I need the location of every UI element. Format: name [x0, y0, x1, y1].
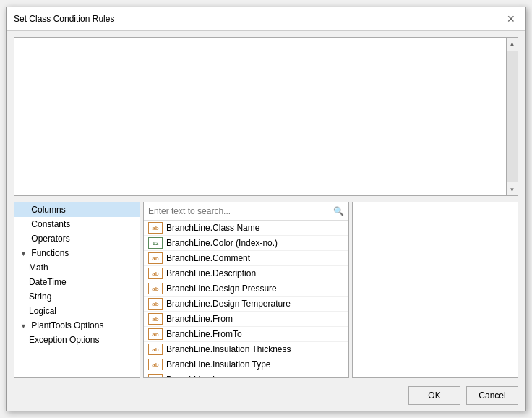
right-panel	[352, 202, 518, 378]
left-panel-item-label: Math	[29, 263, 48, 273]
left-panel-item-label: Operators	[31, 234, 69, 244]
left-panel-item-label: Constants	[31, 219, 70, 229]
item-type-icon: ab	[148, 313, 163, 325]
scroll-up-arrow[interactable]: ▲	[507, 38, 518, 49]
list-item[interactable]: ab BranchLine.Class Name	[144, 221, 348, 236]
expand-icon: ▼	[20, 323, 29, 330]
list-item[interactable]: ab BranchLine.Design Pressure	[144, 281, 348, 297]
left-panel: Columns Constants Operators▼ FunctionsMa…	[14, 202, 140, 378]
left-panel-item-label: Columns	[31, 205, 65, 215]
left-panel-item-label: Functions	[31, 248, 69, 258]
middle-panel: 🔍 ab BranchLine.Class Name 12 BranchLine…	[143, 202, 349, 378]
scroll-down-arrow[interactable]: ▼	[507, 184, 518, 195]
left-panel-item-planttools[interactable]: ▼ PlantTools Options	[14, 318, 140, 333]
item-type-icon: ab	[148, 298, 163, 310]
item-text: BranchLine.From	[166, 314, 233, 324]
list-item[interactable]: ab BranchLine.FromTo	[144, 327, 348, 342]
left-panel-item-exception[interactable]: Exception Options	[14, 333, 140, 347]
search-container: 🔍	[144, 202, 348, 221]
item-text: BranchLine.FromTo	[166, 329, 242, 339]
left-panel-item-label: String	[29, 291, 51, 302]
list-item[interactable]: ab BranchLine.Comment	[144, 251, 348, 266]
list-item[interactable]: 12 BranchLine.Color (Index-no.)	[144, 236, 348, 251]
item-type-icon: ab	[148, 328, 163, 340]
item-text: BranchLine.Design Temperature	[166, 299, 291, 309]
list-item[interactable]: ab BranchLine.Insulation Type	[144, 357, 348, 372]
item-text: BranchLine.Description	[166, 268, 256, 278]
left-panel-item-string[interactable]: String	[14, 289, 140, 304]
search-input[interactable]	[148, 206, 332, 216]
search-icon: 🔍	[332, 205, 344, 217]
left-panel-item-columns[interactable]: Columns	[14, 202, 140, 217]
item-type-icon: ab	[148, 252, 163, 264]
left-panel-item-label: PlantTools Options	[31, 320, 103, 330]
left-panel-item-math[interactable]: Math	[14, 260, 140, 275]
editor-scrollbar[interactable]: ▲ ▼	[506, 38, 518, 195]
left-panel-item-functions[interactable]: ▼ Functions	[14, 246, 140, 260]
left-panel-item-label: Logical	[29, 306, 56, 316]
scroll-track	[507, 51, 518, 182]
left-panel-item-constants[interactable]: Constants	[14, 217, 140, 231]
item-text: BranchLine.Insulation Type	[166, 359, 271, 370]
item-type-icon: ab	[148, 374, 163, 377]
item-text: BranchLine.Design Pressure	[166, 283, 277, 294]
left-panel-item-label: DateTime	[29, 277, 66, 287]
item-type-icon: ab	[148, 344, 163, 355]
dialog: Set Class Condition Rules ✕ ▲ ▼ Columns …	[6, 7, 526, 411]
item-type-icon: 12	[148, 237, 163, 249]
list-item[interactable]: ab BranchLine.Insulation Thickness	[144, 342, 348, 357]
expression-editor[interactable]: ▲ ▼	[14, 37, 518, 196]
bottom-bar: OK Cancel	[7, 383, 525, 411]
main-content: Columns Constants Operators▼ FunctionsMa…	[14, 202, 518, 378]
cancel-button[interactable]: Cancel	[466, 386, 518, 405]
list-item[interactable]: ab BranchLine.Layername	[144, 372, 348, 377]
item-type-icon: ab	[148, 268, 163, 279]
items-list: ab BranchLine.Class Name 12 BranchLine.C…	[144, 221, 348, 377]
item-type-icon: ab	[148, 359, 163, 370]
dialog-title: Set Class Condition Rules	[14, 14, 114, 24]
list-item[interactable]: ab BranchLine.Design Temperature	[144, 297, 348, 312]
close-button[interactable]: ✕	[504, 12, 518, 26]
item-text: BranchLine.Insulation Thickness	[166, 344, 291, 354]
left-panel-item-label: Exception Options	[29, 335, 99, 345]
left-panel-item-datetime[interactable]: DateTime	[14, 275, 140, 289]
item-text: BranchLine.Comment	[166, 253, 250, 263]
title-bar: Set Class Condition Rules ✕	[7, 7, 525, 31]
list-item[interactable]: ab BranchLine.Description	[144, 266, 348, 281]
item-type-icon: ab	[148, 283, 163, 294]
left-panel-item-logical[interactable]: Logical	[14, 304, 140, 318]
left-panel-item-operators[interactable]: Operators	[14, 231, 140, 246]
list-item[interactable]: ab BranchLine.From	[144, 312, 348, 327]
ok-button[interactable]: OK	[408, 386, 460, 405]
item-text: BranchLine.Class Name	[166, 223, 259, 233]
expand-icon: ▼	[20, 250, 29, 257]
item-text: BranchLine.Layername	[166, 375, 256, 377]
item-text: BranchLine.Color (Index-no.)	[166, 238, 278, 248]
item-type-icon: ab	[148, 222, 163, 234]
